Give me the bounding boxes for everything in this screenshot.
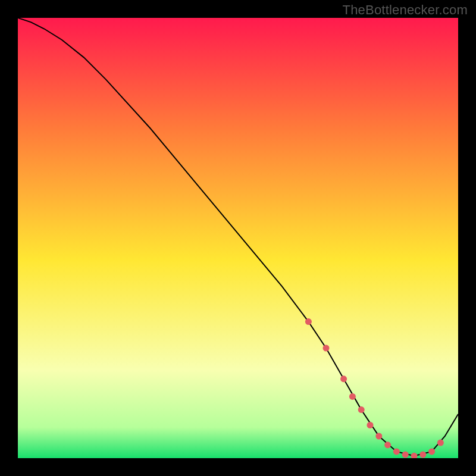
highlight-dot [349, 393, 356, 400]
highlight-dot [428, 448, 435, 455]
highlight-dot [358, 406, 365, 413]
chart-svg [18, 18, 458, 458]
chart-frame: TheBottlenecker.com [0, 0, 476, 476]
gradient-backdrop [18, 18, 458, 458]
highlight-dot [402, 452, 409, 458]
highlight-dot [340, 375, 347, 382]
chart-plot [18, 18, 458, 458]
highlight-dot [323, 345, 330, 352]
highlight-dot [384, 441, 391, 448]
highlight-dot [419, 452, 426, 458]
highlight-dot [393, 448, 400, 455]
highlight-dot [367, 422, 374, 428]
highlight-dot [375, 433, 382, 440]
highlight-dot [437, 440, 444, 446]
watermark-text: TheBottlenecker.com [343, 2, 468, 18]
highlight-dot [305, 318, 312, 325]
